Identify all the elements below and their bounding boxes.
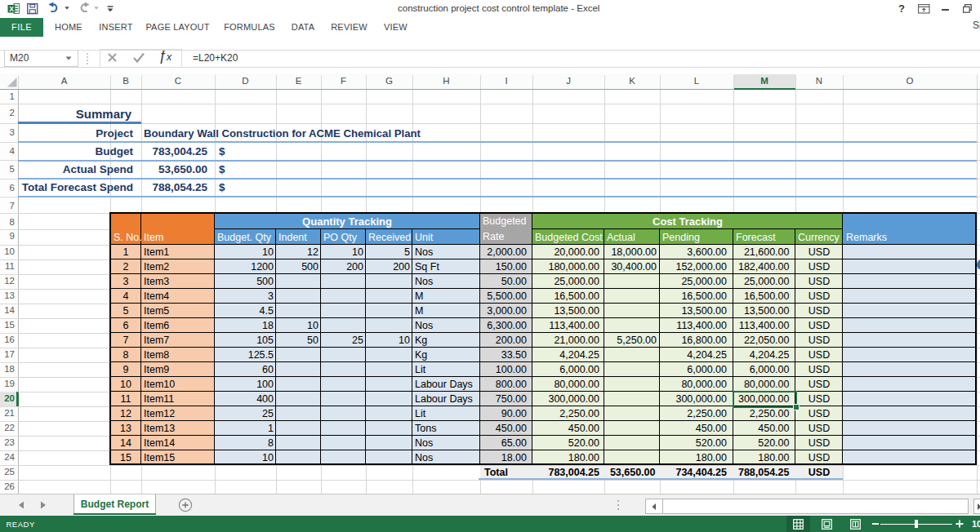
svg-text:X: X: [9, 5, 14, 13]
